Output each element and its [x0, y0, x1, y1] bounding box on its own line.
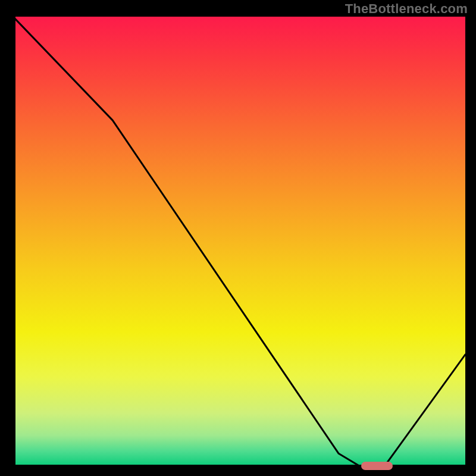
y-axis: [13, 17, 15, 467]
bottleneck-curve-line: [13, 17, 465, 467]
optimal-range-marker: [361, 462, 393, 470]
attribution-text: TheBottleneck.com: [345, 1, 468, 17]
x-axis: [13, 465, 465, 467]
bottleneck-chart: [13, 17, 465, 467]
